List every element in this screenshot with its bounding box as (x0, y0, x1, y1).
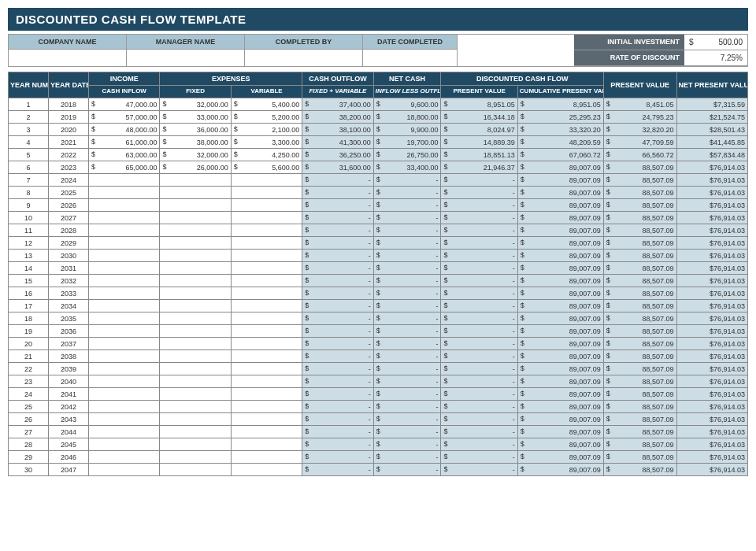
cell[interactable]: 3 (9, 124, 49, 136)
cell[interactable]: $89,007.09 (517, 237, 603, 250)
cell[interactable]: $9,900.00 (373, 124, 441, 136)
cell[interactable] (89, 199, 160, 212)
cell[interactable]: 24 (9, 388, 49, 401)
cell[interactable] (160, 237, 231, 250)
cell[interactable]: $3,300.00 (231, 136, 302, 149)
cell[interactable]: 21 (9, 350, 49, 363)
cell[interactable]: $- (441, 174, 517, 187)
cell[interactable] (89, 275, 160, 287)
cell[interactable]: 15 (9, 275, 49, 287)
cell[interactable] (160, 350, 231, 363)
cell[interactable]: $89,007.09 (517, 187, 603, 199)
cell[interactable] (160, 363, 231, 375)
cell[interactable] (89, 224, 160, 237)
cell[interactable] (160, 413, 231, 426)
cell[interactable]: $- (441, 300, 517, 312)
cell[interactable]: $21,946.37 (441, 161, 517, 174)
cell[interactable] (160, 401, 231, 413)
cell[interactable]: $38,100.00 (302, 124, 373, 136)
cell[interactable]: $4,250.00 (231, 149, 302, 161)
cell[interactable]: $- (302, 312, 373, 325)
cell[interactable]: 2018 (49, 98, 89, 111)
cell[interactable] (160, 312, 231, 325)
cell[interactable]: $89,007.09 (517, 388, 603, 401)
cell[interactable]: $88,507.09 (603, 237, 676, 250)
cell[interactable]: $89,007.09 (517, 250, 603, 262)
cell[interactable]: $- (373, 187, 441, 199)
cell[interactable] (160, 426, 231, 438)
cell[interactable]: $76,914.03 (676, 212, 747, 224)
cell[interactable]: $88,507.09 (603, 438, 676, 451)
cell[interactable]: 11 (9, 224, 49, 237)
cell[interactable]: $14,889.39 (441, 136, 517, 149)
cell[interactable]: 26 (9, 413, 49, 426)
cell[interactable]: $38,000.00 (160, 136, 231, 149)
cell[interactable]: $- (302, 212, 373, 224)
cell[interactable] (89, 174, 160, 187)
cell[interactable]: $76,914.03 (676, 250, 747, 262)
cell[interactable]: $- (373, 401, 441, 413)
cell[interactable]: $76,914.03 (676, 363, 747, 375)
cell[interactable]: 2031 (49, 262, 89, 275)
cell[interactable]: $38,200.00 (302, 111, 373, 124)
cell[interactable]: 2019 (49, 111, 89, 124)
cell[interactable]: $76,914.03 (676, 325, 747, 338)
cell[interactable]: $2,100.00 (231, 124, 302, 136)
cell[interactable]: $- (441, 325, 517, 338)
cell[interactable]: 7 (9, 174, 49, 187)
cell[interactable] (160, 212, 231, 224)
cell[interactable]: $- (302, 187, 373, 199)
cell[interactable]: $18,851.13 (441, 149, 517, 161)
cell[interactable]: $8,024.97 (441, 124, 517, 136)
cell[interactable]: $89,007.09 (517, 363, 603, 375)
cell[interactable]: 20 (9, 338, 49, 350)
cell[interactable]: $- (373, 363, 441, 375)
cell[interactable] (89, 350, 160, 363)
cell[interactable]: $- (441, 363, 517, 375)
cell[interactable]: $- (441, 375, 517, 388)
cell[interactable]: $88,507.09 (603, 199, 676, 212)
cell[interactable]: 19 (9, 325, 49, 338)
cell[interactable]: $76,914.03 (676, 413, 747, 426)
cell[interactable]: 2034 (49, 300, 89, 312)
cell[interactable] (231, 300, 302, 312)
cell[interactable] (160, 338, 231, 350)
cell[interactable]: $67,060.72 (517, 149, 603, 161)
cell[interactable] (160, 275, 231, 287)
cell[interactable] (160, 388, 231, 401)
cell[interactable]: $- (302, 237, 373, 250)
cell[interactable]: $8,951.05 (441, 98, 517, 111)
cell[interactable]: $7,315.59 (676, 98, 747, 111)
cell[interactable] (89, 338, 160, 350)
cell[interactable]: 14 (9, 262, 49, 275)
cell[interactable]: 8 (9, 187, 49, 199)
cell[interactable]: $32,000.00 (160, 98, 231, 111)
cell[interactable]: 5 (9, 149, 49, 161)
cell[interactable]: $89,007.09 (517, 312, 603, 325)
cell[interactable]: 1 (9, 98, 49, 111)
cell[interactable]: 2020 (49, 124, 89, 136)
cell[interactable]: 2045 (49, 438, 89, 451)
cell[interactable]: $8,451.05 (603, 98, 676, 111)
cell[interactable]: $57,000.00 (89, 111, 160, 124)
cell[interactable] (89, 325, 160, 338)
cell[interactable]: $33,320.20 (517, 124, 603, 136)
cell[interactable]: $76,914.03 (676, 262, 747, 275)
cell[interactable] (231, 262, 302, 275)
cell[interactable]: $89,007.09 (517, 426, 603, 438)
cell[interactable] (89, 375, 160, 388)
cell[interactable]: 2044 (49, 426, 89, 438)
cell[interactable] (231, 212, 302, 224)
cell[interactable]: $65,000.00 (89, 161, 160, 174)
cell[interactable] (160, 187, 231, 199)
cell[interactable]: $25,295.23 (517, 111, 603, 124)
cell[interactable]: 2037 (49, 338, 89, 350)
cell[interactable] (89, 413, 160, 426)
cell[interactable] (231, 350, 302, 363)
cell[interactable]: $- (441, 388, 517, 401)
cell[interactable]: $- (373, 350, 441, 363)
cell[interactable]: $47,000.00 (89, 98, 160, 111)
completed-by-value[interactable] (245, 50, 362, 64)
cell[interactable] (89, 300, 160, 312)
cell[interactable] (231, 451, 302, 464)
